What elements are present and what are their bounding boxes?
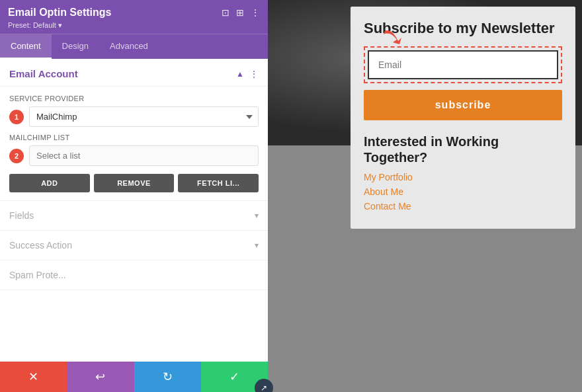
subscribe-button[interactable]: subscribe xyxy=(364,90,562,120)
service-provider-label: Service Provider xyxy=(9,95,259,102)
email-account-section-header: Email Account ▲ ⋮ xyxy=(0,59,268,87)
redo-button[interactable]: ↻ xyxy=(134,362,201,392)
badge-1: 1 xyxy=(9,110,24,124)
tabs-bar: Content Design Advanced xyxy=(0,34,268,59)
subscribe-widget: Subscribe to my Newsletter subscribe Int… xyxy=(351,7,575,229)
header-icons: ⊡ ⊞ ⋮ xyxy=(222,7,260,18)
settings-title: Email Optin Settings xyxy=(8,7,111,19)
success-action-section[interactable]: Success Action ▾ xyxy=(0,230,268,260)
portfolio-link[interactable]: My Portfolio xyxy=(364,172,562,182)
layout-icon[interactable]: ⊞ xyxy=(236,7,244,18)
email-input[interactable] xyxy=(368,50,558,79)
contact-link[interactable]: Contact Me xyxy=(364,201,562,212)
spam-protection-section[interactable]: Spam Prote... xyxy=(0,260,268,290)
tab-design[interactable]: Design xyxy=(52,34,99,59)
mailchimp-list-input[interactable] xyxy=(29,145,259,166)
cancel-button[interactable]: ✕ xyxy=(0,362,67,392)
focus-icon[interactable]: ⊡ xyxy=(222,7,229,18)
interested-section: Interested in Working Together? My Portf… xyxy=(364,134,562,212)
service-provider-row: 1 MailChimp Campaign Monitor AWeber GetR… xyxy=(9,106,259,127)
badge-2: 2 xyxy=(9,149,24,163)
mailchimp-list-label: MailChimp List xyxy=(9,134,259,141)
fields-section[interactable]: Fields ▾ xyxy=(0,200,268,230)
interested-title: Interested in Working Together? xyxy=(364,134,562,165)
settings-header: Email Optin Settings ⊡ ⊞ ⋮ Preset: Defau… xyxy=(0,0,268,34)
floating-action-icon[interactable]: ↗ xyxy=(255,379,273,392)
section-collapse-icon[interactable]: ▲ xyxy=(236,69,244,79)
service-provider-select[interactable]: MailChimp Campaign Monitor AWeber GetRes… xyxy=(29,106,259,127)
about-link[interactable]: About Me xyxy=(364,186,562,197)
remove-button[interactable]: REMOVE xyxy=(94,174,175,192)
section-actions: ▲ ⋮ xyxy=(236,69,259,79)
settings-panel: Email Optin Settings ⊡ ⊞ ⋮ Preset: Defau… xyxy=(0,0,268,392)
fields-chevron-icon: ▾ xyxy=(255,211,259,220)
email-account-title: Email Account xyxy=(9,68,78,79)
email-account-body: Service Provider 1 MailChimp Campaign Mo… xyxy=(0,87,268,200)
fields-title: Fields xyxy=(9,210,34,221)
undo-button[interactable]: ↩ xyxy=(67,362,134,392)
more-icon[interactable]: ⋮ xyxy=(251,7,260,18)
preset-label[interactable]: Preset: Default ▾ xyxy=(8,21,260,30)
tab-advanced[interactable]: Advanced xyxy=(99,34,159,59)
header-top: Email Optin Settings ⊡ ⊞ ⋮ xyxy=(8,7,260,19)
mailchimp-list-row: 2 xyxy=(9,145,259,166)
preview-panel: Subscribe to my Newsletter subscribe Int… xyxy=(268,0,582,392)
section-menu-icon[interactable]: ⋮ xyxy=(249,69,259,79)
bottom-toolbar: ✕ ↩ ↻ ✓ ↗ xyxy=(0,362,268,392)
panel-content: Email Account ▲ ⋮ Service Provider 1 Mai… xyxy=(0,59,268,362)
add-button[interactable]: ADD xyxy=(9,174,90,192)
fetch-list-button[interactable]: FETCH LI... xyxy=(178,174,259,192)
arrow-indicator xyxy=(378,28,405,51)
email-input-wrapper xyxy=(364,46,562,83)
success-action-chevron-icon: ▾ xyxy=(255,241,259,250)
mailchimp-button-row: ADD REMOVE FETCH LI... xyxy=(9,174,259,192)
spam-protection-title: Spam Prote... xyxy=(9,270,66,280)
tab-content[interactable]: Content xyxy=(0,34,52,59)
success-action-title: Success Action xyxy=(9,240,72,251)
